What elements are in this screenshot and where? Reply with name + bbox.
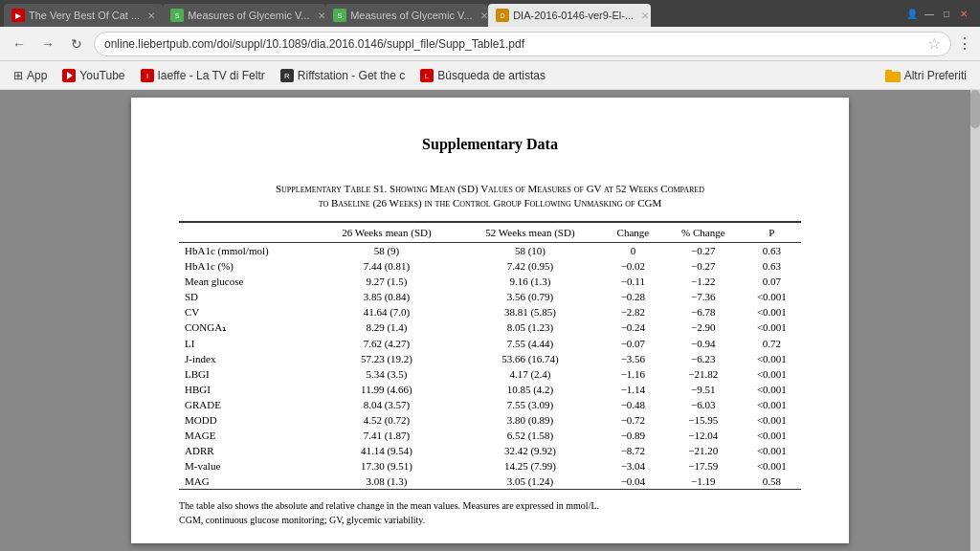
table-row: M-value 17.30 (9.51) 14.25 (7.99) −3.04 … — [179, 458, 801, 474]
tab-3-label: Measures of Glycemic V... — [350, 10, 472, 21]
forward-button[interactable]: → — [36, 33, 59, 55]
cell-52w: 3.56 (0.79) — [458, 289, 602, 304]
cell-label: M-value — [179, 458, 315, 474]
col-header-26w: 26 Weeks mean (SD) — [315, 222, 458, 243]
browser-menu-icon[interactable]: ⋮ — [957, 34, 972, 53]
cell-pct-change: −0.27 — [664, 258, 743, 274]
tab-3-close[interactable]: ✕ — [480, 11, 488, 21]
cell-52w: 14.25 (7.99) — [458, 458, 602, 474]
svg-text:R: R — [284, 72, 290, 80]
riffstation-favicon: R — [280, 69, 294, 82]
cell-26w: 8.29 (1.4) — [315, 320, 458, 336]
table-footer-spacer — [179, 489, 801, 491]
tab-2-label: Measures of Glycemic V... — [188, 10, 309, 21]
cell-pct-change: −12.04 — [664, 428, 743, 443]
cell-pct-change: −0.94 — [664, 336, 743, 351]
maximize-button[interactable]: □ — [940, 7, 953, 20]
bookmark-iaeffe[interactable]: I Iaeffe - La TV di Feltr — [135, 67, 271, 84]
close-button[interactable]: ✕ — [957, 7, 970, 20]
altri-preferiti-folder[interactable]: Altri Preferiti — [880, 67, 972, 84]
cell-change: −1.14 — [602, 382, 664, 397]
cell-label: MODD — [179, 412, 315, 428]
cell-52w: 9.16 (1.3) — [458, 274, 602, 289]
tab-2-close[interactable]: ✕ — [318, 11, 325, 21]
cell-pct-change: −6.78 — [664, 304, 743, 320]
cell-26w: 7.41 (1.87) — [315, 428, 458, 443]
cell-26w: 57.23 (19.2) — [315, 351, 458, 366]
back-button[interactable]: ← — [8, 33, 31, 55]
cell-change: −1.16 — [602, 366, 664, 382]
table-caption: Supplementary Table S1. Showing Mean (SD… — [179, 182, 801, 211]
table-row: GRADE 8.04 (3.57) 7.55 (3.09) −0.48 −6.0… — [179, 397, 801, 412]
scrollbar-thumb[interactable] — [970, 90, 980, 128]
refresh-button[interactable]: ↻ — [65, 33, 88, 55]
bookmark-busqueda[interactable]: L Búsqueda de artistas — [414, 67, 551, 84]
cell-26w: 11.99 (4.66) — [315, 382, 458, 397]
tab-3[interactable]: S Measures of Glycemic V... ✕ — [325, 4, 488, 27]
cell-p: <0.001 — [743, 320, 801, 336]
tabs-area: ▶ The Very Best Of Cat ... ✕ S Measures … — [4, 0, 900, 27]
cell-26w: 7.62 (4.27) — [315, 336, 458, 351]
cell-pct-change: −1.22 — [664, 274, 743, 289]
cell-change: −0.11 — [602, 274, 664, 289]
cell-change: −3.56 — [602, 351, 664, 366]
table-row: J-index 57.23 (19.2) 53.66 (16.74) −3.56… — [179, 351, 801, 366]
profile-icon[interactable]: 👤 — [905, 7, 919, 20]
bookmark-riffstation[interactable]: R Riffstation - Get the c — [275, 67, 412, 84]
cell-p: <0.001 — [743, 428, 801, 443]
cell-change: −0.24 — [602, 320, 664, 336]
folder-icon — [885, 69, 901, 82]
cell-change: −0.48 — [602, 397, 664, 412]
url-text: online.liebertpub.com/doi/suppl/10.1089/… — [104, 37, 524, 51]
svg-text:▶: ▶ — [15, 11, 22, 20]
table-header-row: 26 Weeks mean (SD) 52 Weeks mean (SD) Ch… — [179, 222, 801, 243]
cell-52w: 4.17 (2.4) — [458, 366, 602, 382]
table-row: MODD 4.52 (0.72) 3.80 (0.89) −0.72 −15.9… — [179, 412, 801, 428]
table-row: ADRR 41.14 (9.54) 32.42 (9.92) −8.72 −21… — [179, 443, 801, 458]
cell-pct-change: −6.23 — [664, 351, 743, 366]
cell-change: −3.04 — [602, 458, 664, 474]
bookmarks-app-label: ⊞ App — [8, 67, 53, 84]
cell-p: <0.001 — [743, 458, 801, 474]
cell-26w: 3.85 (0.84) — [315, 289, 458, 304]
cell-pct-change: −17.59 — [664, 458, 743, 474]
cell-52w: 38.81 (5.85) — [458, 304, 602, 320]
svg-text:D: D — [501, 12, 505, 19]
cell-pct-change: −6.03 — [664, 397, 743, 412]
col-header-p: P — [743, 222, 801, 243]
busqueda-favicon: L — [420, 69, 434, 82]
cell-label: LI — [179, 336, 315, 351]
tab-2[interactable]: S Measures of Glycemic V... ✕ — [163, 4, 325, 27]
cell-pct-change: −21.20 — [664, 443, 743, 458]
cell-52w: 3.05 (1.24) — [458, 474, 602, 490]
tab-1-favicon: ▶ — [11, 9, 25, 22]
cell-p: 0.58 — [743, 474, 801, 490]
tab-2-favicon: S — [170, 9, 184, 22]
url-bar[interactable]: online.liebertpub.com/doi/suppl/10.1089/… — [94, 32, 951, 56]
cell-p: <0.001 — [743, 366, 801, 382]
scrollbar[interactable] — [970, 90, 980, 551]
pdf-page: Supplementary Data Supplementary Table S… — [131, 98, 849, 543]
cell-52w: 7.42 (0.95) — [458, 258, 602, 274]
iaeffe-favicon: I — [141, 69, 154, 82]
minimize-button[interactable]: — — [923, 7, 936, 20]
bookmark-star-icon[interactable]: ☆ — [927, 34, 941, 53]
cell-52w: 8.05 (1.23) — [458, 320, 602, 336]
tab-4[interactable]: D DIA-2016-0146-ver9-El-... ✕ — [488, 4, 651, 27]
cell-label: GRADE — [179, 397, 315, 412]
svg-rect-17 — [885, 70, 892, 74]
pdf-title: Supplementary Data — [179, 136, 801, 153]
tab-1-close[interactable]: ✕ — [147, 11, 155, 21]
app-grid-icon: ⊞ — [13, 69, 23, 82]
tab-1[interactable]: ▶ The Very Best Of Cat ... ✕ — [4, 4, 163, 27]
cell-52w: 58 (10) — [458, 242, 602, 258]
table-row: MAGE 7.41 (1.87) 6.52 (1.58) −0.89 −12.0… — [179, 428, 801, 443]
tab-4-close[interactable]: ✕ — [641, 11, 649, 21]
bookmarks-bar: ⊞ App YouTube I Iaeffe - La TV di Feltr … — [0, 61, 980, 90]
bookmark-youtube[interactable]: YouTube — [56, 67, 130, 84]
cell-label: CV — [179, 304, 315, 320]
cell-52w: 10.85 (4.2) — [458, 382, 602, 397]
cell-p: 0.63 — [743, 258, 801, 274]
table-row: HbA1c (mmol/mol) 58 (9) 58 (10) 0 −0.27 … — [179, 242, 801, 258]
cell-26w: 7.44 (0.81) — [315, 258, 458, 274]
